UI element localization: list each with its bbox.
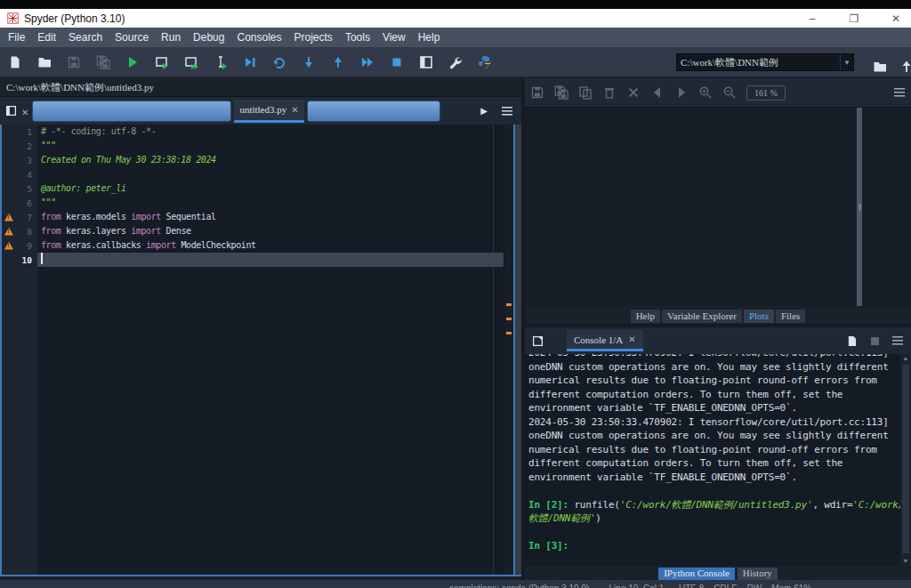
console-output[interactable]: 2024-05-30 23:50:33.470902: I tensorflow… <box>525 354 900 566</box>
preferences-button[interactable] <box>440 49 470 76</box>
console-line <box>528 526 900 540</box>
maximize-pane-button[interactable] <box>411 49 440 76</box>
copy-plot-button <box>573 81 597 104</box>
continue-button[interactable] <box>352 49 382 76</box>
gutter-row[interactable]: 1 <box>2 125 37 139</box>
parent-directory-button[interactable] <box>891 53 911 80</box>
line-number: 10 <box>22 255 37 265</box>
close-icon[interactable]: ✕ <box>291 105 298 115</box>
console-options-menu-icon[interactable] <box>886 327 909 354</box>
run-cell-button[interactable] <box>147 49 176 76</box>
scrollbar-thumb[interactable] <box>902 365 909 553</box>
code-line-2[interactable]: """ <box>37 139 504 153</box>
tab-history[interactable]: History <box>738 568 778 580</box>
console-header: Console 1/A ✕ <box>525 327 911 354</box>
zoom-out-button <box>717 81 741 104</box>
scroll-down-icon[interactable]: ▼ <box>900 557 911 566</box>
tab-ipython-console[interactable]: IPython Console <box>658 568 735 580</box>
menu-help[interactable]: Help <box>412 28 447 47</box>
close-button[interactable]: ✕ <box>881 9 911 28</box>
stop-button[interactable] <box>382 49 411 76</box>
editor-vertical-scrollbar[interactable] <box>515 125 521 575</box>
code-line-8[interactable]: from keras.layers import Dense <box>37 224 504 238</box>
code-line-3[interactable]: Created on Thu May 30 23:38:18 2024 <box>37 153 504 167</box>
menu-edit[interactable]: Edit <box>31 28 62 47</box>
gutter-row[interactable]: 4 <box>2 167 37 181</box>
editor-tab-untitled3[interactable]: untitled3.py ✕ <box>234 100 303 123</box>
scroll-up-icon[interactable]: ▲ <box>900 354 911 363</box>
scroll-tabs-right-icon[interactable]: ▶ <box>480 106 488 116</box>
console-tab[interactable]: Console 1/A ✕ <box>567 330 643 351</box>
browse-tabs-icon[interactable] <box>0 98 21 125</box>
chevron-down-icon[interactable]: ▼ <box>840 54 853 70</box>
gutter-row[interactable]: 3 <box>2 153 37 167</box>
menu-consoles[interactable]: Consoles <box>230 28 287 47</box>
new-console-icon[interactable] <box>528 327 547 354</box>
working-directory-combobox[interactable]: C:\work\軟體\DNN範例 ▼ <box>676 53 854 71</box>
line-number: 5 <box>27 184 37 194</box>
menu-search[interactable]: Search <box>62 28 109 47</box>
editor-tab-ghost-2[interactable] <box>307 101 440 122</box>
debug-file-button[interactable] <box>235 49 264 76</box>
plots-options-menu-icon[interactable] <box>887 81 911 104</box>
code-editor[interactable]: 12345678910 # -*- coding: utf-8 -*-"""Cr… <box>0 125 521 576</box>
gutter-row[interactable]: 2 <box>2 139 37 153</box>
interrupt-kernel-icon[interactable] <box>863 327 886 354</box>
save-button <box>59 49 88 76</box>
editor-options-menu-icon[interactable] <box>502 103 512 119</box>
menu-file[interactable]: File <box>2 28 31 47</box>
step-into-button[interactable] <box>294 49 323 76</box>
code-line-7[interactable]: from keras.models import Sequential <box>37 210 504 224</box>
new-file-button[interactable] <box>0 49 29 76</box>
line-number: 6 <box>27 198 37 208</box>
plots-thumbnail-splitter[interactable] <box>857 108 862 306</box>
run-selection-button[interactable] <box>206 49 235 76</box>
editor-code-area[interactable]: # -*- coding: utf-8 -*-"""Created on Thu… <box>37 125 504 575</box>
gutter-row[interactable]: 9 <box>2 238 37 253</box>
tab-files[interactable]: Files <box>776 310 805 323</box>
console-line: different computation orders. To turn th… <box>528 456 900 471</box>
menu-debug[interactable]: Debug <box>187 28 230 47</box>
gutter-row[interactable]: 5 <box>2 181 37 196</box>
console-scrollbar[interactable]: ▲ ▼ <box>900 354 911 566</box>
menu-tools[interactable]: Tools <box>339 28 376 47</box>
code-line-1[interactable]: # -*- coding: utf-8 -*- <box>37 125 504 139</box>
run-button[interactable] <box>117 49 147 76</box>
gutter-row[interactable]: 7 <box>2 210 37 224</box>
gutter-row[interactable]: 10 <box>2 253 37 267</box>
tab-plots[interactable]: Plots <box>744 310 774 323</box>
menu-projects[interactable]: Projects <box>288 28 339 47</box>
status-bar: completions: conda (Python 3.10.9) Line … <box>0 580 911 588</box>
editor-tab-ghost-1[interactable] <box>32 101 231 122</box>
gutter-row[interactable]: 6 <box>2 196 37 210</box>
debug-cell-button[interactable] <box>264 49 294 76</box>
tab-variable-explorer[interactable]: Variable Explorer <box>662 310 742 323</box>
line-number: 4 <box>27 170 37 180</box>
inspect-object-icon[interactable] <box>840 327 863 354</box>
code-line-5[interactable]: @author: peter_li <box>37 181 504 196</box>
browse-directory-button[interactable] <box>865 53 894 80</box>
step-return-button[interactable] <box>323 49 352 76</box>
console-line: different computation orders. To turn th… <box>528 388 900 402</box>
python-path-manager-button[interactable] <box>470 49 499 76</box>
restore-button[interactable]: ❐ <box>839 9 869 28</box>
right-pane-tabs: HelpVariable ExplorerPlotsFiles <box>525 306 911 324</box>
minimize-button[interactable]: – <box>797 9 827 28</box>
screen-top-strip <box>0 0 911 9</box>
line-number: 1 <box>27 127 37 137</box>
menu-run[interactable]: Run <box>155 28 187 47</box>
close-tab-icon[interactable]: ✕ <box>21 108 28 117</box>
code-line-4[interactable] <box>37 167 504 181</box>
gutter-row[interactable]: 8 <box>2 224 37 238</box>
tab-help[interactable]: Help <box>631 310 660 323</box>
menu-source[interactable]: Source <box>109 28 155 47</box>
editor-gutter: 12345678910 <box>2 125 37 575</box>
code-line-9[interactable]: from keras.callbacks import ModelCheckpo… <box>37 238 504 253</box>
text-cursor <box>41 253 43 264</box>
code-line-6[interactable]: """ <box>37 196 504 210</box>
open-file-button[interactable] <box>29 49 59 76</box>
run-cell-advance-button[interactable] <box>176 49 206 76</box>
close-icon[interactable]: ✕ <box>628 334 635 344</box>
menu-view[interactable]: View <box>376 28 412 47</box>
code-line-10[interactable] <box>37 253 504 267</box>
